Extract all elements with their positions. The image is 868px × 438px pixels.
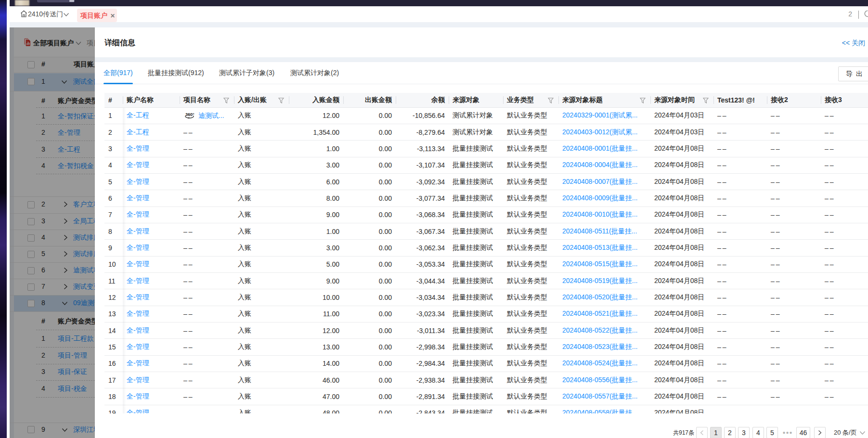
svg-text:360°: 360° [185,112,194,117]
